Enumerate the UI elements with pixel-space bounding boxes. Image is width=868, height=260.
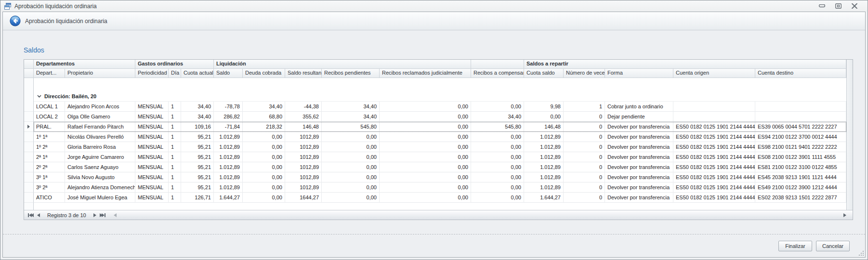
cell-recibos-a-compensar[interactable]: 0,00 bbox=[471, 142, 524, 152]
cell-periodicidad[interactable]: MENSUAL bbox=[135, 162, 169, 172]
cell-recibos-pendientes[interactable]: 34,40 bbox=[322, 102, 380, 112]
cell-periodicidad[interactable]: MENSUAL bbox=[135, 193, 169, 203]
cell-numero-de-veces[interactable]: 0 bbox=[564, 142, 605, 152]
column-header-saldo[interactable]: Saldo bbox=[214, 69, 243, 78]
cell-recibos-a-compensar[interactable]: 0,00 bbox=[471, 152, 524, 162]
cell-recibos-a-compensar[interactable]: 0,00 bbox=[471, 193, 524, 203]
finalizar-button[interactable]: Finalizar bbox=[778, 241, 812, 251]
cell-departamento[interactable]: 2ª 1ª bbox=[34, 152, 65, 162]
cell-forma[interactable]: Cobrar junto a ordinario bbox=[605, 102, 673, 112]
cell-recibos-pendientes[interactable]: 0,00 bbox=[322, 162, 380, 172]
cell-dia[interactable]: 1 bbox=[169, 193, 181, 203]
cell-propietario[interactable]: Carlos Saenz Aguayo bbox=[65, 162, 135, 172]
cancelar-button[interactable]: Cancelar bbox=[816, 241, 850, 251]
cell-cuota-saldo[interactable]: 1.012,89 bbox=[524, 152, 564, 162]
vertical-scrollbar[interactable] bbox=[846, 60, 853, 210]
cell-recibos-a-compensar[interactable]: 545,80 bbox=[471, 122, 524, 132]
cell-forma[interactable]: Devolver por transferencia bbox=[605, 142, 673, 152]
cell-periodicidad[interactable]: MENSUAL bbox=[135, 102, 169, 112]
column-header-cuenta-destino[interactable]: Cuenta destino bbox=[755, 69, 846, 78]
cell-cuenta-destino[interactable]: ES98 2100 0121 9401 2222 2222 bbox=[755, 142, 846, 152]
resize-grip-icon[interactable] bbox=[859, 251, 864, 256]
cell-saldo-resultante[interactable]: 1012,89 bbox=[285, 152, 322, 162]
cell-saldo-resultante[interactable]: 1012,89 bbox=[285, 132, 322, 142]
cell-periodicidad[interactable]: MENSUAL bbox=[135, 132, 169, 142]
cell-recibos-reclamados[interactable]: 0,00 bbox=[380, 152, 471, 162]
cell-cuota-actual[interactable]: 126,71 bbox=[181, 193, 214, 203]
cell-recibos-reclamados[interactable]: 0,00 bbox=[380, 193, 471, 203]
cell-deuda-cobrada[interactable]: 0,00 bbox=[243, 142, 285, 152]
cell-dia[interactable]: 1 bbox=[169, 112, 181, 122]
cell-cuenta-origen[interactable]: ES50 0182 0125 1901 2144 4444 bbox=[673, 152, 755, 162]
first-record-icon[interactable] bbox=[27, 211, 35, 219]
cell-cuota-actual[interactable]: 95,21 bbox=[181, 142, 214, 152]
column-header-propietario[interactable]: Propietario bbox=[65, 69, 135, 78]
cell-deuda-cobrada[interactable]: 218,32 bbox=[243, 122, 285, 132]
column-header-periodicidad[interactable]: Periodicidad bbox=[135, 69, 169, 78]
cell-cuota-saldo[interactable]: 1.012,89 bbox=[524, 142, 564, 152]
cell-recibos-a-compensar[interactable]: 0,00 bbox=[471, 162, 524, 172]
cell-saldo[interactable]: 286,82 bbox=[214, 112, 243, 122]
cell-saldo-resultante[interactable]: 1012,89 bbox=[285, 182, 322, 193]
back-button[interactable] bbox=[10, 15, 21, 26]
cell-saldo[interactable]: 1.012,89 bbox=[214, 172, 243, 182]
cell-cuenta-destino[interactable]: ES49 2100 0122 3900 1212 4444 bbox=[755, 182, 846, 193]
cell-saldo-resultante[interactable]: -44,38 bbox=[285, 102, 322, 112]
column-header-recibos-pendientes[interactable]: Recibos pendientes bbox=[322, 69, 380, 78]
cell-cuota-actual[interactable]: 109,16 bbox=[181, 122, 214, 132]
cell-deuda-cobrada[interactable]: 0,00 bbox=[243, 132, 285, 142]
cell-numero-de-veces[interactable]: 0 bbox=[564, 112, 605, 122]
cell-cuota-saldo[interactable]: 9,98 bbox=[524, 102, 564, 112]
cell-deuda-cobrada[interactable]: 0,00 bbox=[243, 152, 285, 162]
cell-recibos-pendientes[interactable]: 0,00 bbox=[322, 152, 380, 162]
cell-cuenta-destino[interactable]: ES39 0065 0044 5701 2222 2227 bbox=[755, 122, 846, 132]
cell-deuda-cobrada[interactable]: 0,00 bbox=[243, 172, 285, 182]
table-row[interactable]: 3º 2ªAlejandro Atienza DomenechMENSUAL19… bbox=[24, 182, 846, 193]
cell-forma[interactable]: Devolver por transferencia bbox=[605, 193, 673, 203]
cell-dia[interactable]: 1 bbox=[169, 142, 181, 152]
cell-deuda-cobrada[interactable]: 0,00 bbox=[243, 162, 285, 172]
table-row[interactable]: 1º 2ªGloria Barreiro RosaMENSUAL195,211.… bbox=[24, 142, 846, 152]
cell-saldo-resultante[interactable]: 1012,89 bbox=[285, 172, 322, 182]
cell-forma[interactable]: Dejar pendiente bbox=[605, 112, 673, 122]
cell-periodicidad[interactable]: MENSUAL bbox=[135, 182, 169, 193]
cell-saldo-resultante[interactable]: 1012,89 bbox=[285, 142, 322, 152]
table-row[interactable]: 1º 1ªNicolás Olivares PerellóMENSUAL195,… bbox=[24, 132, 846, 142]
cell-numero-de-veces[interactable]: 0 bbox=[564, 162, 605, 172]
cell-saldo[interactable]: -71,84 bbox=[214, 122, 243, 132]
cell-recibos-a-compensar[interactable]: 0,00 bbox=[471, 102, 524, 112]
cell-cuota-actual[interactable]: 95,21 bbox=[181, 132, 214, 142]
column-header-cuota-saldo[interactable]: Cuota saldo bbox=[524, 69, 564, 78]
table-row[interactable]: PRAL.Rafael Ferrando PitarchMENSUAL1109,… bbox=[24, 122, 846, 132]
cell-periodicidad[interactable]: MENSUAL bbox=[135, 152, 169, 162]
cell-cuota-actual[interactable]: 95,21 bbox=[181, 162, 214, 172]
cell-cuenta-origen[interactable] bbox=[673, 102, 755, 112]
cell-departamento[interactable]: 3º 2ª bbox=[34, 182, 65, 193]
cell-saldo-resultante[interactable]: 355,62 bbox=[285, 112, 322, 122]
group-expand-icon[interactable] bbox=[37, 95, 41, 98]
cell-cuenta-destino[interactable]: ES94 2100 0122 3700 0012 4444 bbox=[755, 132, 846, 142]
cell-propietario[interactable]: Jorge Aguirre Camarero bbox=[65, 152, 135, 162]
cell-cuota-saldo[interactable]: 0,00 bbox=[524, 112, 564, 122]
group-row-caption[interactable]: Dirección: Bailén, 20 bbox=[34, 91, 846, 102]
cell-periodicidad[interactable]: MENSUAL bbox=[135, 172, 169, 182]
cell-departamento[interactable]: LOCAL 2 bbox=[34, 112, 65, 122]
cell-cuenta-destino[interactable] bbox=[755, 112, 846, 122]
cell-saldo[interactable]: 1.644,27 bbox=[214, 193, 243, 203]
cell-cuenta-origen[interactable]: ES50 0182 0125 1901 2144 4444 bbox=[673, 122, 755, 132]
cell-cuenta-origen[interactable]: ES50 0182 0125 1901 2144 4444 bbox=[673, 132, 755, 142]
cell-recibos-pendientes[interactable]: 34,40 bbox=[322, 112, 380, 122]
cell-numero-de-veces[interactable]: 0 bbox=[564, 132, 605, 142]
cell-cuota-actual[interactable]: 95,21 bbox=[181, 172, 214, 182]
cell-cuota-saldo[interactable]: 146,48 bbox=[524, 122, 564, 132]
cell-recibos-pendientes[interactable]: 0,00 bbox=[322, 172, 380, 182]
table-row[interactable]: ATICOJosé Miguel Mulero EgeaMENSUAL1126,… bbox=[24, 193, 846, 203]
cell-cuota-saldo[interactable]: 1.012,89 bbox=[524, 132, 564, 142]
cell-dia[interactable]: 1 bbox=[169, 162, 181, 172]
cell-propietario[interactable]: Silvia Novo Augusto bbox=[65, 172, 135, 182]
column-header-departamento[interactable]: Depart... bbox=[34, 69, 65, 78]
cell-recibos-pendientes[interactable]: 0,00 bbox=[322, 132, 380, 142]
cell-numero-de-veces[interactable]: 0 bbox=[564, 182, 605, 193]
last-record-icon[interactable] bbox=[99, 211, 106, 219]
cell-dia[interactable]: 1 bbox=[169, 102, 181, 112]
